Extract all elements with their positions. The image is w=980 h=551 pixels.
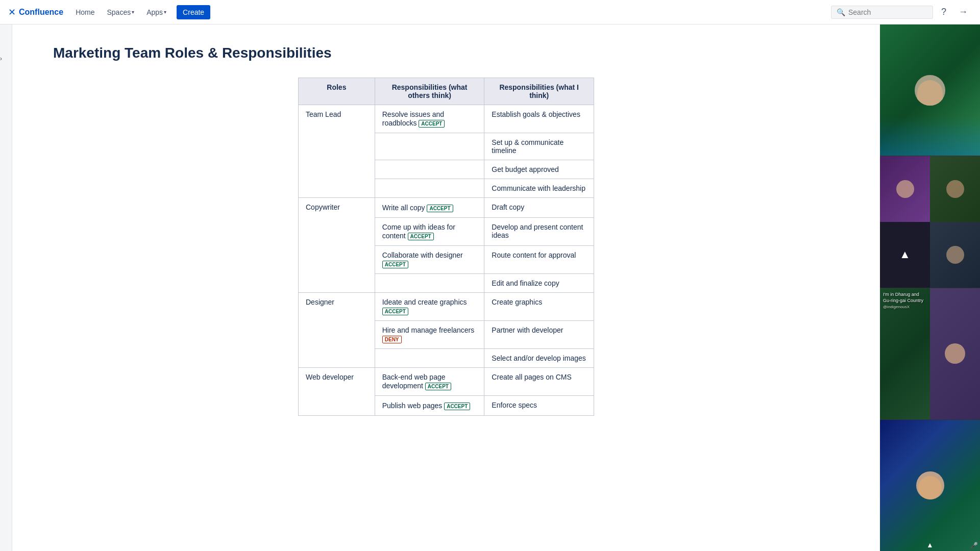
others-cell: Come up with ideas for content ACCEPT (375, 218, 484, 246)
country-text: I'm in Dharug and (883, 291, 923, 298)
role-cell: Copywriter (299, 198, 375, 293)
subtile-c: ▲ (880, 222, 930, 288)
mine-cell: Set up & communicate timeline (484, 133, 594, 160)
status-badge: ACCEPT (425, 383, 451, 390)
others-cell: Publish web pages ACCEPT (375, 396, 484, 416)
attribution-text: @indigenousX (883, 304, 923, 310)
mine-cell: Establish goals & objectives (484, 105, 594, 133)
mine-cell: Communicate with leadership (484, 179, 594, 198)
logo-text: Confluence (19, 8, 63, 17)
page-title: Marketing Team Roles & Responsibilities (53, 45, 839, 61)
others-cell: Write all copy ACCEPT (375, 198, 484, 218)
mine-cell: Enforce specs (484, 396, 594, 416)
status-badge: ACCEPT (382, 308, 408, 315)
country-overlay: I'm in Dharug and Gu-ring-gai Country @i… (883, 291, 923, 310)
cell-text: Ideate and create graphics (382, 298, 467, 306)
table-header-row: Roles Responsibilities (what others thin… (299, 78, 594, 105)
cell-text: Collaborate with designer (382, 251, 463, 259)
role-cell: Designer (299, 293, 375, 368)
video-panel: ▲ I'm in Dharug and Gu-ring-gai Country (880, 24, 980, 551)
subtile-a (880, 156, 930, 222)
confluence-logo[interactable]: ✕ Confluence (8, 7, 63, 18)
others-cell (375, 160, 484, 179)
mine-cell: Edit and finalize copy (484, 274, 594, 293)
mine-cell: Partner with developer (484, 321, 594, 349)
mic-icon: 🎤 (970, 541, 978, 549)
search-bar[interactable]: 🔍 (831, 6, 933, 19)
cell-text: Publish web pages (382, 402, 444, 410)
others-cell: Hire and manage freelancers DENY (375, 321, 484, 349)
others-cell: Back-end web page development ACCEPT (375, 368, 484, 396)
status-badge: ACCEPT (444, 403, 470, 410)
mine-cell: Draft copy (484, 198, 594, 218)
page-layout: › Marketing Team Roles & Responsibilitie… (0, 24, 980, 551)
others-cell (375, 349, 484, 368)
sidebar-toggle[interactable]: › (0, 24, 12, 551)
video-tile-4: 🎤 ▲ (880, 420, 980, 551)
video-tile-3: I'm in Dharug and Gu-ring-gai Country @i… (880, 288, 980, 420)
mine-cell: Select and/or develop images (484, 349, 594, 368)
others-cell: Collaborate with designer ACCEPT (375, 246, 484, 274)
signin-button[interactable]: → (954, 5, 972, 19)
others-cell (375, 133, 484, 160)
mine-cell: Get budget approved (484, 160, 594, 179)
mine-cell: Route content for approval (484, 246, 594, 274)
header-others: Responsibilities (what others think) (375, 78, 484, 105)
roles-table: Roles Responsibilities (what others thin… (298, 78, 594, 416)
nav-home[interactable]: Home (71, 5, 99, 19)
header-mine: Responsibilities (what I think) (484, 78, 594, 105)
others-cell: Ideate and create graphics ACCEPT (375, 293, 484, 321)
status-badge: ACCEPT (382, 261, 408, 268)
others-cell (375, 179, 484, 198)
confluence-icon: ✕ (8, 7, 16, 18)
cell-text: Hire and manage freelancers (382, 326, 475, 334)
subtile-d (930, 222, 980, 288)
table-row: DesignerIdeate and create graphics ACCEP… (299, 293, 594, 321)
toggle-arrow-icon: › (0, 55, 2, 62)
search-input[interactable] (848, 8, 927, 16)
table-row: CopywriterWrite all copy ACCEPTDraft cop… (299, 198, 594, 218)
video-tile-2: ▲ (880, 156, 980, 288)
create-button[interactable]: Create (177, 5, 210, 19)
top-navigation: ✕ Confluence Home Spaces ▾ Apps ▾ Create… (0, 0, 980, 24)
status-badge: ACCEPT (427, 205, 453, 212)
mine-cell: Develop and present content ideas (484, 218, 594, 246)
table-row: Web developerBack-end web page developme… (299, 368, 594, 396)
nav-apps[interactable]: Apps ▾ (142, 5, 170, 19)
mine-cell: Create all pages on CMS (484, 368, 594, 396)
video-tile-1 (880, 24, 980, 156)
search-icon: 🔍 (837, 8, 845, 16)
country-text2: Gu-ring-gai Country (883, 297, 923, 304)
others-cell (375, 274, 484, 293)
header-roles: Roles (299, 78, 375, 105)
nav-spaces[interactable]: Spaces ▾ (103, 5, 138, 19)
status-badge: DENY (382, 336, 402, 343)
mine-cell: Create graphics (484, 293, 594, 321)
status-badge: ACCEPT (419, 120, 445, 128)
main-content: Marketing Team Roles & Responsibilities … (12, 24, 880, 551)
table-row: Team LeadResolve issues and roadblocks A… (299, 105, 594, 133)
help-button[interactable]: ? (937, 5, 950, 19)
atlassian-logo-subtile: ▲ (899, 248, 911, 261)
cell-text: Write all copy (382, 204, 427, 212)
subtile-b (930, 156, 980, 222)
role-cell: Web developer (299, 368, 375, 416)
others-cell: Resolve issues and roadblocks ACCEPT (375, 105, 484, 133)
status-badge: ACCEPT (408, 233, 434, 240)
role-cell: Team Lead (299, 105, 375, 198)
atlassian-logo-tile4: ▲ (926, 541, 934, 549)
